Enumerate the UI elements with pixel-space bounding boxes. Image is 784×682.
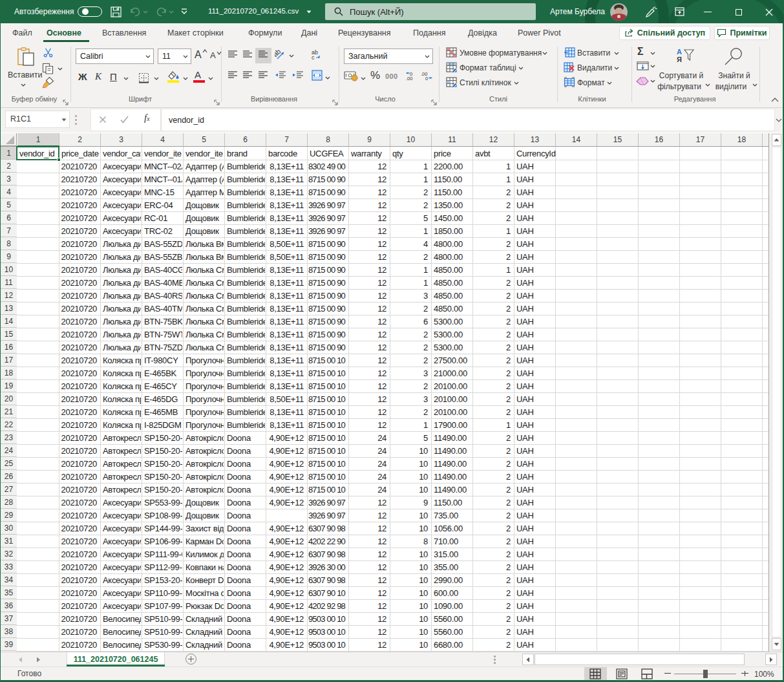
svg-text:А: А [677,48,682,56]
svg-text:ab: ab [275,49,282,58]
svg-text:0: 0 [425,76,428,81]
svg-text:.00: .00 [406,76,412,81]
svg-text:c: c [312,54,315,60]
svg-text:Я: Я [677,56,682,63]
